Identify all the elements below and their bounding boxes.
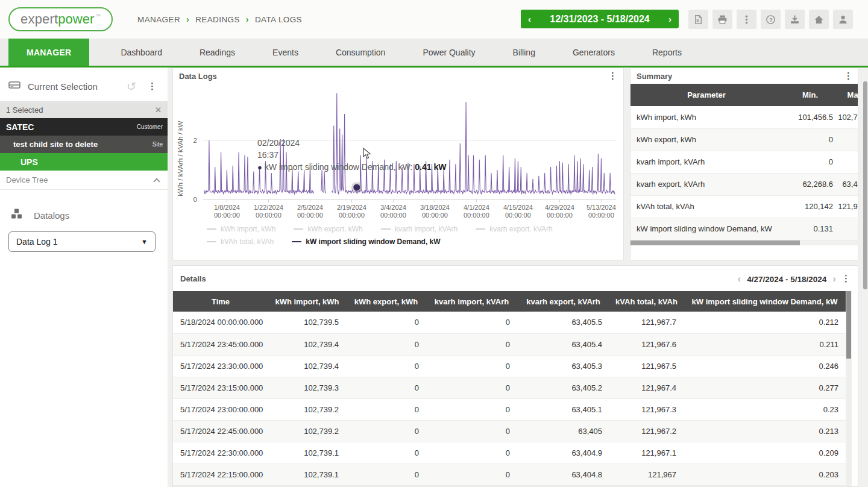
- x-tick-time: 00:00:00: [547, 212, 573, 219]
- breadcrumb-item-manager[interactable]: MANAGER: [137, 15, 180, 24]
- details-kebab-icon[interactable]: ⋮: [841, 273, 851, 284]
- breadcrumb-item-readings[interactable]: READINGS: [195, 15, 240, 24]
- summary-hscroll-thumb[interactable]: [631, 240, 800, 245]
- details-value-cell: 121,967.1: [609, 442, 684, 463]
- details-row[interactable]: 5/17/2024 22:30:00.000102,739.10063,404.…: [173, 442, 846, 463]
- legend-item-kvah-total[interactable]: kVAh total, kVAh: [207, 237, 274, 246]
- download-button[interactable]: [785, 10, 805, 29]
- details-row[interactable]: 5/17/2024 23:30:00.000102,739.40063,405.…: [173, 355, 846, 377]
- tab-reports[interactable]: Reports: [646, 39, 688, 66]
- page-scroll-thumb[interactable]: [863, 81, 867, 289]
- date-range-next-icon[interactable]: ›: [668, 14, 671, 24]
- details-row[interactable]: 5/18/2024 00:00:00.000102,739.50063,405.…: [173, 312, 846, 333]
- summary-row: kWh export, kWh00: [631, 128, 858, 151]
- details-col-kwh-export[interactable]: kWh export, kWh: [346, 291, 426, 312]
- details-value-cell: 121,967: [609, 463, 684, 485]
- legend-item-kvarh-import[interactable]: kvarh import, kVArh: [381, 225, 458, 233]
- summary-kebab-icon[interactable]: ⋮: [844, 71, 853, 81]
- tab-events[interactable]: Events: [266, 39, 304, 66]
- user-icon: [838, 14, 848, 25]
- print-button[interactable]: [712, 10, 732, 29]
- tree-node-site[interactable]: test child site to delete Site: [0, 136, 168, 153]
- legend-line-icon: [381, 228, 391, 230]
- datalog-selected-value: Data Log 1: [16, 237, 58, 247]
- details-value-cell: 63,405.1: [517, 398, 609, 420]
- more-options-button[interactable]: [737, 10, 756, 29]
- date-range-button[interactable]: ‹ 12/31/2023 - 5/18/2024 ›: [521, 10, 679, 28]
- details-row[interactable]: 5/17/2024 23:45:00.000102,739.40063,405.…: [173, 333, 846, 355]
- details-vscrollbar[interactable]: [846, 291, 852, 487]
- excel-export-button[interactable]: x: [688, 10, 708, 29]
- details-vscroll-thumb[interactable]: [846, 291, 851, 359]
- clear-selection-icon[interactable]: ✕: [155, 105, 162, 115]
- summary-row: kW import sliding window Demand, kW0.131…: [631, 218, 858, 240]
- details-col-kvah-total[interactable]: kVAh total, kVAh: [609, 291, 684, 312]
- x-tick-time: 00:00:00: [214, 212, 240, 219]
- details-time-cell: 5/17/2024 22:45:00.000: [173, 420, 268, 442]
- details-prev-icon[interactable]: ‹: [738, 273, 741, 285]
- tab-dashboard[interactable]: Dashboard: [115, 39, 168, 66]
- details-value-cell: 0: [346, 333, 426, 355]
- drive-icon: [8, 80, 20, 92]
- tab-generators[interactable]: Generators: [567, 39, 621, 66]
- home-button[interactable]: [809, 10, 829, 29]
- breadcrumb-item-data-logs[interactable]: DATA LOGS: [255, 15, 302, 24]
- summary-table: ParameterMin.Max. kWh import, kWh101,456…: [631, 84, 858, 240]
- summary-row: kvarh export, kVArh62,268.663,405.5: [631, 173, 858, 195]
- site-tag: Site: [153, 141, 163, 148]
- summary-max: 63,405.5: [838, 173, 858, 195]
- details-time-cell: 5/17/2024 23:30:00.000: [173, 355, 268, 377]
- details-col-kwh-import[interactable]: kWh import, kWh: [268, 291, 346, 312]
- summary-hscrollbar[interactable]: [631, 240, 858, 245]
- excel-icon: x: [693, 14, 703, 25]
- legend-item-kwh-export[interactable]: kWh export, kWh: [294, 225, 362, 233]
- details-time-cell: 5/18/2024 00:00:00.000: [173, 312, 268, 333]
- x-tick-date: 3/4/2024: [380, 204, 406, 211]
- summary-param: kvarh export, kVArh: [631, 173, 782, 195]
- details-col-time[interactable]: Time: [173, 291, 268, 312]
- tab-power-quality[interactable]: Power Quality: [417, 39, 481, 66]
- tree-node-device-selected[interactable]: UPS: [0, 153, 168, 171]
- details-value-cell: 0: [426, 442, 517, 463]
- legend-item-kw-import-sliding-window-demand[interactable]: kW import sliding window Demand, kW: [292, 237, 440, 246]
- details-row[interactable]: 5/17/2024 22:45:00.000102,739.20063,4051…: [173, 420, 846, 442]
- refresh-selection-icon[interactable]: ↺: [127, 80, 136, 93]
- details-date-range: 4/27/2024 - 5/18/2024: [747, 275, 826, 284]
- legend-item-kwh-import[interactable]: kWh import, kWh: [207, 225, 275, 233]
- details-col-kw-import-sliding-window-demand[interactable]: kW import sliding window Demand, kW: [684, 291, 846, 312]
- tree-node-customer[interactable]: SATEC Customer: [0, 118, 168, 136]
- details-row[interactable]: 5/17/2024 23:15:00.000102,739.30063,405.…: [173, 377, 846, 398]
- details-value-cell: 0: [346, 442, 426, 463]
- user-button[interactable]: [833, 10, 853, 29]
- details-value-cell: 0.209: [684, 442, 846, 463]
- details-value-cell: 63,405.4: [517, 333, 609, 355]
- details-value-cell: 102,739.5: [268, 312, 346, 333]
- tab-readings[interactable]: Readings: [193, 39, 241, 66]
- customer-tag: Customer: [137, 124, 163, 130]
- details-value-cell: 121,967.7: [609, 312, 684, 333]
- legend-item-kvarh-export[interactable]: kvarh export, kVArh: [476, 225, 552, 233]
- details-next-icon[interactable]: ›: [832, 273, 836, 285]
- tab-billing[interactable]: Billing: [507, 39, 541, 66]
- datalogs-chart[interactable]: 02kWh / kVArh / kVAh / kW1/8/202400:00:0…: [173, 68, 624, 224]
- tab-manager[interactable]: MANAGER: [8, 39, 89, 66]
- details-col-kvarh-export[interactable]: kvarh export, kVArh: [517, 291, 609, 312]
- date-range-prev-icon[interactable]: ‹: [528, 14, 531, 24]
- customer-name: SATEC: [6, 122, 34, 132]
- help-button[interactable]: ?: [761, 10, 781, 29]
- datalog-dropdown[interactable]: Data Log 1 ▼: [8, 231, 156, 252]
- details-row[interactable]: 5/17/2024 23:00:00.000102,739.20063,405.…: [173, 398, 846, 420]
- details-value-cell: 102,739.2: [268, 398, 346, 420]
- selection-kebab-icon[interactable]: ⋮: [148, 81, 157, 92]
- details-value-cell: 102,739.4: [268, 355, 346, 377]
- tab-consumption[interactable]: Consumption: [330, 39, 392, 66]
- details-col-kvarh-import[interactable]: kvarh import, kVArh: [426, 291, 517, 312]
- device-tree-toggle[interactable]: Device Tree: [0, 171, 168, 190]
- page-scrollbar[interactable]: [863, 68, 868, 487]
- details-row[interactable]: 5/17/2024 22:15:00.000102,739.10063,404.…: [173, 463, 846, 485]
- details-value-cell: 102,739.1: [268, 442, 346, 463]
- legend-line-icon: [207, 241, 216, 242]
- details-time-cell: 5/17/2024 22:15:00.000: [173, 463, 268, 485]
- x-tick-date: 1/8/2024: [214, 204, 240, 211]
- kebab-icon: [741, 14, 752, 25]
